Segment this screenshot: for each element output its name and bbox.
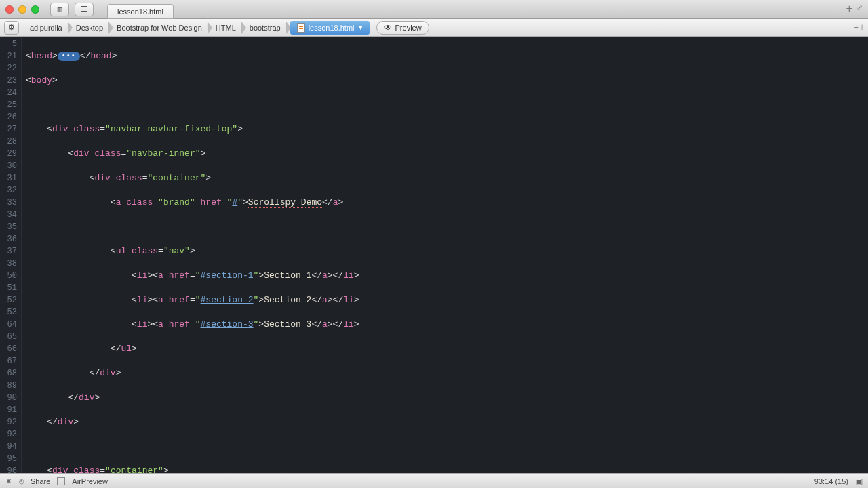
sidebar-toggle-button[interactable]: ▥ — [50, 3, 69, 16]
minimize-icon[interactable] — [18, 5, 26, 14]
gear-icon[interactable]: ⚙ — [4, 21, 19, 35]
code-area[interactable]: <head>•••</head> <body> <div class="navb… — [22, 37, 868, 473]
expand-button[interactable]: ⤢ — [856, 3, 863, 16]
new-tab-button[interactable]: + — [846, 3, 852, 16]
breadcrumb[interactable]: bootstrap — [243, 19, 288, 37]
statusbar: ✷ ⎋ Share AirPreview 93:14 (15) ▣ — [0, 473, 868, 488]
preview-button[interactable]: 👁 Preview — [376, 21, 429, 35]
gutter[interactable]: 5212223242526272829303132333435363738505… — [0, 37, 22, 473]
editor: 5212223242526272829303132333435363738505… — [0, 37, 868, 473]
panel-toggle-button[interactable]: ☰ — [75, 3, 94, 16]
breadcrumb-current[interactable]: lesson18.html ▾ — [290, 21, 370, 35]
file-icon — [297, 23, 305, 33]
pathbar: ⚙ adipurdila Desktop Bootstrap for Web D… — [0, 19, 868, 37]
cursor-position: 93:14 (15) — [814, 477, 848, 485]
status-icon[interactable]: ▣ — [855, 476, 863, 486]
fold-icon[interactable]: ••• — [58, 52, 80, 61]
airpreview-icon[interactable] — [57, 477, 65, 485]
file-tab[interactable]: lesson18.html — [107, 4, 174, 19]
eye-icon: 👁 — [384, 23, 392, 33]
close-icon[interactable] — [5, 5, 14, 14]
share-icon[interactable]: ⎋ — [19, 476, 24, 486]
gear-icon[interactable]: ✷ — [5, 476, 12, 486]
breadcrumb[interactable]: Desktop — [69, 19, 110, 37]
airpreview-label[interactable]: AirPreview — [72, 477, 108, 485]
add-pane-button[interactable]: + ⦀ — [854, 23, 864, 32]
breadcrumb[interactable]: Bootstrap for Web Design — [110, 19, 209, 37]
breadcrumb[interactable]: HTML — [209, 19, 243, 37]
titlebar: ▥ ☰ lesson18.html + ⤢ — [0, 0, 868, 19]
share-label[interactable]: Share — [31, 477, 50, 485]
breadcrumb[interactable]: adipurdila — [23, 19, 69, 37]
window-controls — [5, 5, 39, 14]
file-tab-label: lesson18.html — [117, 7, 163, 16]
zoom-icon[interactable] — [31, 5, 39, 14]
